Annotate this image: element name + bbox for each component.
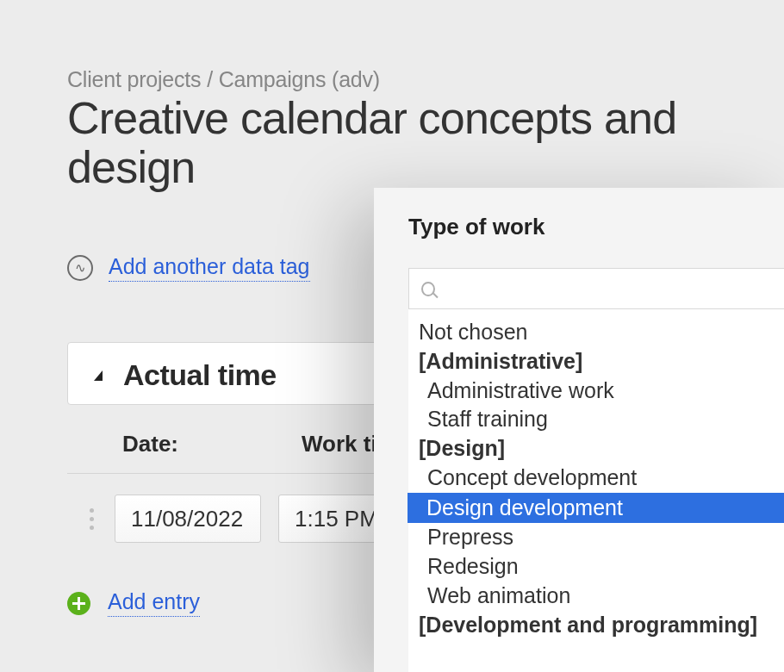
option-design-development[interactable]: Design development (408, 493, 784, 524)
option-staff-training[interactable]: Staff training (408, 405, 784, 434)
breadcrumb[interactable]: Client projects / Campaigns (adv) (67, 67, 784, 92)
add-entry-link[interactable]: Add entry (108, 589, 200, 617)
dropdown-listbox: Not chosen [Administrative] Administrati… (408, 268, 784, 672)
add-data-tag-link[interactable]: Add another data tag (109, 254, 310, 282)
option-not-chosen[interactable]: Not chosen (408, 318, 784, 347)
option-group-development: [Development and programming] (408, 611, 784, 640)
type-of-work-dropdown-panel: Type of work Not chosen [Administrative]… (374, 188, 784, 672)
dropdown-search-input[interactable] (444, 279, 781, 299)
date-field[interactable]: 11/08/2022 (115, 495, 261, 543)
option-administrative-work[interactable]: Administrative work (408, 376, 784, 406)
option-web-animation[interactable]: Web animation (408, 582, 784, 611)
drag-handle-icon[interactable] (86, 505, 97, 533)
option-group-design: [Design] (408, 434, 784, 464)
plus-icon[interactable] (67, 592, 90, 615)
panel-title: Actual time (123, 358, 277, 392)
caret-up-icon (94, 370, 103, 381)
dropdown-title: Type of work (408, 214, 784, 240)
option-concept-development[interactable]: Concept development (408, 464, 784, 493)
option-prepress[interactable]: Prepress (408, 523, 784, 552)
column-header-date: Date: (122, 431, 271, 457)
option-redesign[interactable]: Redesign (408, 552, 784, 582)
dropdown-search-row (408, 268, 784, 309)
tag-icon: ∿ (67, 255, 93, 281)
search-icon (421, 282, 435, 296)
option-group-administrative: [Administrative] (408, 347, 784, 376)
page-title: Creative calendar concepts and design (67, 94, 784, 192)
